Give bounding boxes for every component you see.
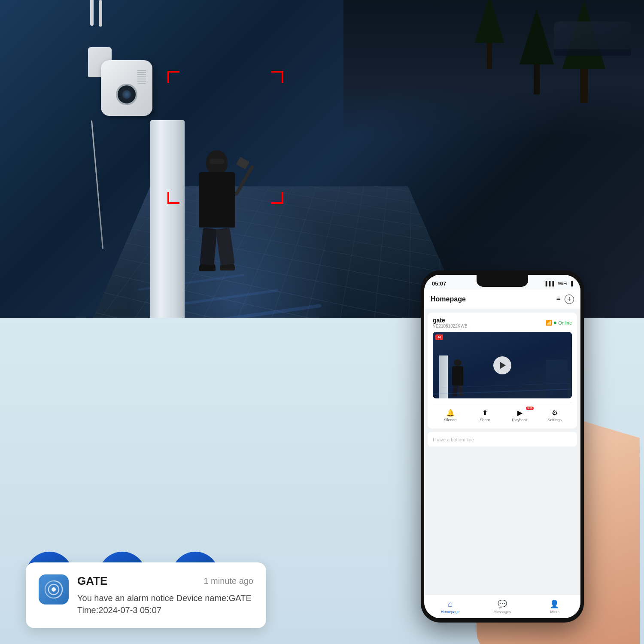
nav-homepage[interactable]: ⌂ Homepage (424, 598, 476, 616)
nav-messages[interactable]: 💬 Messages (476, 597, 528, 616)
homepage-nav-label: Homepage (441, 610, 460, 614)
settings-label: Settings (547, 418, 562, 422)
device-card: gate VE21081022KWB 📶 Online (428, 313, 577, 428)
silence-action[interactable]: 🔔 Silence (433, 407, 468, 424)
app-icon (39, 574, 69, 605)
notification-line2: Time:2024-07-3 05:07 (77, 604, 253, 616)
bottom-line-text: I have a bottom line (433, 437, 474, 442)
playback-badge: 3/18 (526, 407, 534, 410)
tracking-box (167, 71, 283, 204)
app-content: gate VE21081022KWB 📶 Online (424, 309, 580, 595)
online-label: Online (558, 320, 572, 325)
bottom-line-area: I have a bottom line (428, 432, 577, 447)
share-label: Share (480, 418, 490, 422)
device-info: gate VE21081022KWB (433, 317, 468, 328)
signal-icon: ▌▌▌ (546, 281, 556, 286)
phone-device: 05:07 ▌▌▌ WiFi ▐ Homepage ≡ + (421, 270, 584, 623)
device-video-thumbnail[interactable]: AI (433, 332, 572, 398)
play-button[interactable] (493, 356, 511, 374)
notification-time: 1 minute ago (204, 576, 253, 586)
nav-mine[interactable]: 👤 Mine (529, 597, 580, 616)
wifi-signal-icon: 📶 (546, 320, 552, 326)
camera-device (84, 26, 170, 155)
wifi-icon: WiFi (558, 281, 567, 286)
playback-action[interactable]: ▶ Playback 3/18 (502, 407, 537, 424)
status-icons: ▌▌▌ WiFi ▐ (546, 281, 573, 286)
settings-action[interactable]: ⚙ Settings (537, 407, 572, 424)
notification-content: GATE 1 minute ago You have an alarm noti… (77, 574, 253, 616)
header-icons: ≡ + (556, 295, 574, 304)
silence-label: Silence (444, 418, 457, 422)
bottom-nav: ⌂ Homepage 💬 Messages 👤 Mine (424, 595, 580, 618)
messages-nav-label: Messages (493, 610, 511, 614)
playback-label: Playback (512, 418, 528, 422)
share-action[interactable]: ⬆ Share (468, 407, 502, 424)
notification-title: GATE (77, 574, 107, 588)
app-header: Homepage ≡ + (424, 290, 580, 309)
video-ai-badge: AI (435, 334, 443, 340)
online-status: 📶 Online (546, 320, 572, 326)
svg-point-2 (52, 587, 56, 592)
phone-mockup: 05:07 ▌▌▌ WiFi ▐ Homepage ≡ + (408, 270, 631, 644)
mine-icon: 👤 (550, 599, 559, 609)
status-time: 05:07 (432, 280, 446, 287)
device-id: VE21081022KWB (433, 324, 468, 328)
device-name: gate (433, 317, 468, 324)
mine-nav-label: Mine (550, 610, 559, 614)
notification-body: You have an alarm notice Device name:GAT… (77, 592, 253, 616)
app-title: Homepage (431, 295, 466, 303)
add-icon[interactable]: + (565, 295, 574, 304)
list-icon[interactable]: ≡ (556, 295, 560, 304)
action-bar: 🔔 Silence ⬆ Share ▶ Playback 3/18 (433, 403, 572, 424)
home-icon: ⌂ (448, 600, 453, 609)
battery-icon: ▐ (569, 281, 573, 286)
notification-line1: You have an alarm notice Device name:GAT… (77, 592, 253, 604)
notification-card: GATE 1 minute ago You have an alarm noti… (26, 562, 266, 628)
messages-icon: 💬 (498, 599, 507, 609)
phone-notch (477, 275, 528, 287)
phone-screen: 05:07 ▌▌▌ WiFi ▐ Homepage ≡ + (424, 275, 580, 618)
